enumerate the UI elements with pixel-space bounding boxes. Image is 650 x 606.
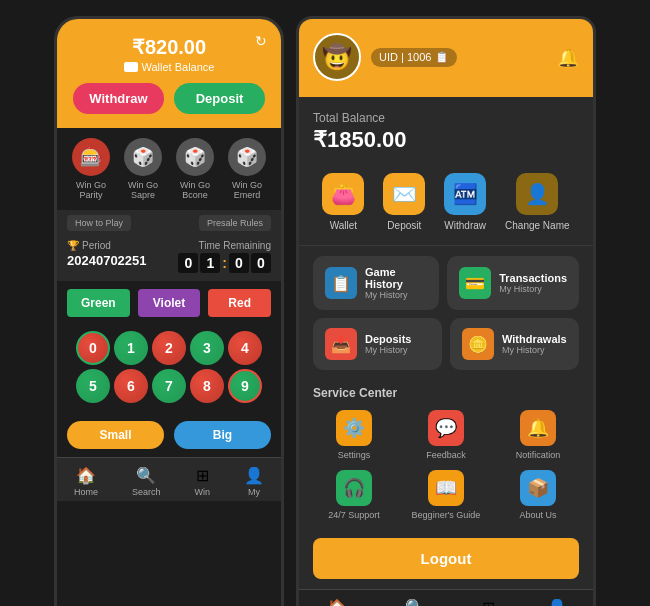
deposits-card[interactable]: 📥 Deposits My History: [313, 318, 442, 370]
transactions-icon: 💳: [459, 267, 491, 299]
sc-notification-label: Notification: [516, 450, 561, 460]
refresh-icon[interactable]: ↻: [255, 33, 267, 49]
transactions-title: Transactions: [499, 272, 567, 284]
violet-button[interactable]: Violet: [138, 289, 201, 317]
number-ball-7[interactable]: 7: [152, 369, 186, 403]
small-button[interactable]: Small: [67, 421, 164, 449]
number-ball-2[interactable]: 2: [152, 331, 186, 365]
nav-search[interactable]: 🔍 Search: [132, 466, 161, 497]
notification-icon: 🔔: [520, 410, 556, 446]
number-row-2: 5 6 7 8 9: [65, 369, 273, 403]
withdrawals-icon: 🪙: [462, 328, 494, 360]
qa-deposit-label: Deposit: [387, 220, 421, 231]
game-icon-win-go-parity[interactable]: 🎰 Win GoParity: [72, 138, 110, 200]
period-block: 🏆 Period 20240702251: [67, 240, 169, 273]
rp-nav-my[interactable]: 👤 My: [547, 598, 567, 606]
nav-my[interactable]: 👤 My: [244, 466, 264, 497]
sc-notification[interactable]: 🔔 Notification: [497, 410, 579, 460]
color-buttons: Green Violet Red: [57, 281, 281, 325]
settings-icon: ⚙️: [336, 410, 372, 446]
sc-settings[interactable]: ⚙️ Settings: [313, 410, 395, 460]
game-history-subtitle: My History: [365, 290, 427, 300]
win-go-emerd-label: Win GoEmerd: [232, 180, 262, 200]
wallet-balance-row: Wallet Balance: [73, 61, 265, 73]
my-icon: 👤: [244, 466, 264, 485]
action-buttons: Withdraw Deposit: [73, 83, 265, 114]
game-history-title: Game History: [365, 266, 427, 290]
period-row: 🏆 Period 20240702251 Time Remaining 0 1 …: [57, 236, 281, 281]
user-id-text: UID | 1006: [379, 51, 431, 63]
rp-my-icon: 👤: [547, 598, 567, 606]
game-icon-win-go-sapre[interactable]: 🎲 Win GoSapre: [124, 138, 162, 200]
digit-2: 0: [229, 253, 249, 273]
change-name-icon: 👤: [516, 173, 558, 215]
transactions-card[interactable]: 💳 Transactions My History: [447, 256, 579, 310]
number-ball-8[interactable]: 8: [190, 369, 224, 403]
number-ball-9[interactable]: 9: [228, 369, 262, 403]
number-ball-3[interactable]: 3: [190, 331, 224, 365]
win-go-emerd-icon: 🎲: [228, 138, 266, 176]
rp-nav-home[interactable]: 🏠 Home: [325, 598, 349, 606]
digit-3: 0: [251, 253, 271, 273]
sc-feedback[interactable]: 💬 Feedback: [405, 410, 487, 460]
number-ball-6[interactable]: 6: [114, 369, 148, 403]
deposit-action-icon: ✉️: [383, 173, 425, 215]
nav-home[interactable]: 🏠 Home: [74, 466, 98, 497]
win-go-sapre-icon: 🎲: [124, 138, 162, 176]
nav-home-label: Home: [74, 487, 98, 497]
nav-win-label: Win: [195, 487, 211, 497]
qa-change-name[interactable]: 👤 Change Name: [505, 173, 569, 231]
withdraw-button[interactable]: Withdraw: [73, 83, 164, 114]
wallet-icon: [124, 62, 138, 72]
big-button[interactable]: Big: [174, 421, 271, 449]
withdraw-action-icon: 🏧: [444, 173, 486, 215]
number-ball-0[interactable]: 0: [76, 331, 110, 365]
copy-icon: 📋: [435, 51, 449, 64]
qa-wallet[interactable]: 👛 Wallet: [322, 173, 364, 231]
number-ball-5[interactable]: 5: [76, 369, 110, 403]
win-go-sapre-label: Win GoSapre: [128, 180, 158, 200]
sc-guide[interactable]: 📖 Begginer's Guide: [405, 470, 487, 520]
nav-win[interactable]: ⊞ Win: [195, 466, 211, 497]
logout-button[interactable]: Logout: [313, 538, 579, 579]
service-center-section: Service Center ⚙️ Settings 💬 Feedback 🔔 …: [299, 380, 593, 530]
nav-search-label: Search: [132, 487, 161, 497]
time-digits: 0 1 : 0 0: [169, 253, 271, 273]
qa-deposit[interactable]: ✉️ Deposit: [383, 173, 425, 231]
game-history-text: Game History My History: [365, 266, 427, 300]
game-icon-win-go-bcone[interactable]: 🎲 Win GoBcone: [176, 138, 214, 200]
balance-section: Total Balance ₹1850.00: [299, 97, 593, 163]
quick-actions: 👛 Wallet ✉️ Deposit 🏧 Withdraw 👤 Change …: [299, 163, 593, 246]
red-button[interactable]: Red: [208, 289, 271, 317]
home-icon: 🏠: [76, 466, 96, 485]
game-icon-win-go-emerd[interactable]: 🎲 Win GoEmerd: [228, 138, 266, 200]
notification-button[interactable]: 🔔: [557, 47, 579, 69]
rp-search-icon: 🔍: [405, 598, 425, 606]
rp-nav-win[interactable]: ⊞ Win: [480, 598, 496, 606]
transactions-subtitle: My History: [499, 284, 567, 294]
green-button[interactable]: Green: [67, 289, 130, 317]
deposit-button[interactable]: Deposit: [174, 83, 265, 114]
number-ball-1[interactable]: 1: [114, 331, 148, 365]
digit-0: 0: [178, 253, 198, 273]
qa-withdraw-label: Withdraw: [444, 220, 486, 231]
deposits-subtitle: My History: [365, 345, 411, 355]
presale-rules-button[interactable]: Presale Rules: [199, 215, 271, 231]
balance-amount: ₹820.00: [73, 35, 265, 59]
search-icon: 🔍: [136, 466, 156, 485]
game-history-icon: 📋: [325, 267, 357, 299]
sc-support[interactable]: 🎧 24/7 Support: [313, 470, 395, 520]
period-title: 🏆 Period: [67, 240, 169, 251]
sc-about[interactable]: 📦 About Us: [497, 470, 579, 520]
number-ball-4[interactable]: 4: [228, 331, 262, 365]
qa-withdraw[interactable]: 🏧 Withdraw: [444, 173, 486, 231]
game-history-card[interactable]: 📋 Game History My History: [313, 256, 439, 310]
menu-row-2: 📥 Deposits My History 🪙 Withdrawals My H…: [313, 318, 579, 370]
qa-wallet-label: Wallet: [330, 220, 357, 231]
deposits-icon: 📥: [325, 328, 357, 360]
about-icon: 📦: [520, 470, 556, 506]
how-to-play-button[interactable]: How to Play: [67, 215, 131, 231]
rp-nav-search[interactable]: 🔍 Search: [400, 598, 429, 606]
top-bar: ₹820.00 Wallet Balance ↻ Withdraw Deposi…: [57, 19, 281, 128]
withdrawals-card[interactable]: 🪙 Withdrawals My History: [450, 318, 579, 370]
